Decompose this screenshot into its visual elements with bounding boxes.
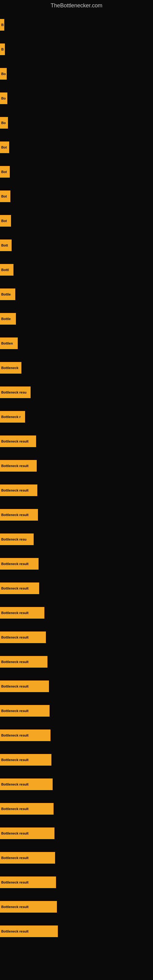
bar-row: Bottleneck result (0, 649, 153, 674)
bar-label: Bottle (1, 293, 11, 296)
bars-container: BBBoBoBoBotBotBotBotBottBottlBottleBottl… (0, 13, 153, 943)
bar-row: Bottleneck result (0, 478, 153, 503)
bar-label: Bottleneck result (1, 783, 29, 786)
bar-row: Bottlen (0, 331, 153, 356)
bar-label: Bot (1, 170, 7, 173)
bar-row: Bo (0, 62, 153, 86)
bar-item: Bottleneck result (0, 705, 49, 717)
bar-item: Bottlen (0, 337, 18, 349)
bar-row: Bottleneck result (0, 698, 153, 723)
bar-label: Bo (1, 72, 6, 76)
bar-item: Bottleneck result (0, 803, 54, 815)
bar-label: Bottleneck result (1, 880, 29, 884)
bar-label: B (1, 48, 4, 51)
bar-item: Bot (0, 191, 10, 202)
bar-item: Bot (0, 166, 10, 178)
bar-label: Bottleneck result (1, 488, 29, 492)
bar-label: Bott (1, 243, 8, 247)
bar-item: Bottleneck result (0, 901, 57, 913)
bar-label: Bottle (1, 317, 11, 321)
bar-row: Bottleneck result (0, 797, 153, 821)
bar-label: Bottleneck resu (1, 538, 27, 541)
bar-row: Bottleneck result (0, 429, 153, 453)
bar-label: Bot (1, 219, 7, 223)
bar-row: Bottle (0, 282, 153, 307)
bar-item: Bo (0, 92, 7, 104)
bar-row: Bottleneck result (0, 453, 153, 478)
bar-row: Bot (0, 135, 153, 159)
bar-label: Bottleneck result (1, 684, 29, 688)
bar-row: Bottl (0, 258, 153, 282)
bar-label: Bot (1, 194, 7, 198)
bar-item: Bottleneck result (0, 509, 38, 520)
bar-item: Bottleneck result (0, 827, 54, 839)
bar-row: Bot (0, 184, 153, 208)
bar-row: Bottleneck result (0, 552, 153, 576)
bar-label: Bottlen (1, 342, 13, 345)
bar-row: Bottleneck result (0, 870, 153, 894)
bar-row: Bottleneck resu (0, 527, 153, 552)
bar-label: Bottleneck result (1, 464, 29, 468)
bar-label: B (1, 23, 4, 27)
bar-row: Bo (0, 86, 153, 111)
bar-item: Bottleneck result (0, 926, 58, 937)
bar-row: Bottleneck result (0, 894, 153, 919)
bar-row: Bottleneck result (0, 772, 153, 797)
bar-label: Bottleneck result (1, 562, 29, 566)
bar-row: Bo (0, 111, 153, 135)
bar-row: Bott (0, 233, 153, 258)
bar-label: Bottleneck result (1, 905, 29, 908)
bar-row: B (0, 37, 153, 62)
bar-row: Bottleneck result (0, 674, 153, 698)
bar-row: Bottleneck result (0, 601, 153, 625)
bar-item: Bottleneck (0, 362, 21, 374)
bar-label: Bottleneck resu (1, 390, 27, 394)
bar-row: Bottleneck result (0, 919, 153, 943)
bar-row: Bottleneck result (0, 821, 153, 846)
bar-label: Bottleneck result (1, 709, 29, 713)
bar-row: Bottleneck result (0, 576, 153, 601)
bar-row: B (0, 13, 153, 37)
bar-label: Bottleneck result (1, 832, 29, 835)
site-title: TheBottlenecker.com (0, 0, 153, 13)
bar-label: Bo (1, 97, 6, 100)
bar-item: Bottleneck result (0, 632, 46, 643)
bar-item: Bottle (0, 288, 15, 300)
bar-item: Bottleneck result (0, 436, 36, 447)
bar-row: Bottleneck result (0, 625, 153, 649)
bar-label: Bottleneck result (1, 929, 29, 933)
bar-item: Bott (0, 240, 12, 251)
bar-row: Bottleneck resu (0, 380, 153, 404)
bar-label: Bottleneck result (1, 733, 29, 737)
bar-item: B (0, 19, 4, 30)
bar-label: Bottleneck result (1, 611, 29, 615)
bar-label: Bot (1, 145, 7, 149)
bar-label: Bottl (1, 268, 9, 272)
bar-row: Bottleneck result (0, 846, 153, 870)
bar-row: Bottleneck r (0, 404, 153, 429)
bar-label: Bottleneck result (1, 635, 29, 639)
bar-item: Bottle (0, 313, 16, 325)
bar-item: Bottleneck result (0, 558, 38, 570)
bar-label: Bottleneck result (1, 587, 29, 590)
bar-label: Bottleneck result (1, 856, 29, 860)
bar-label: Bottleneck result (1, 439, 29, 443)
bar-label: Bottleneck result (1, 513, 29, 517)
bar-label: Bottleneck r (1, 415, 21, 418)
bar-item: Bottleneck r (0, 411, 25, 423)
bar-row: Bottleneck result (0, 723, 153, 748)
bar-item: Bottleneck result (0, 681, 49, 692)
bar-item: Bottleneck result (0, 460, 37, 472)
bar-item: Bottl (0, 264, 13, 275)
bar-item: Bottleneck result (0, 877, 56, 888)
bar-item: Bottleneck result (0, 852, 55, 864)
bar-item: Bottleneck result (0, 485, 37, 496)
bar-item: Bottleneck result (0, 730, 51, 741)
bar-row: Bot (0, 159, 153, 184)
bar-item: B (0, 43, 5, 55)
bar-row: Bottle (0, 307, 153, 331)
bar-item: Bottleneck result (0, 582, 39, 594)
bar-row: Bottleneck result (0, 503, 153, 527)
bar-item: Bottleneck result (0, 754, 51, 766)
bar-item: Bottleneck result (0, 607, 45, 619)
